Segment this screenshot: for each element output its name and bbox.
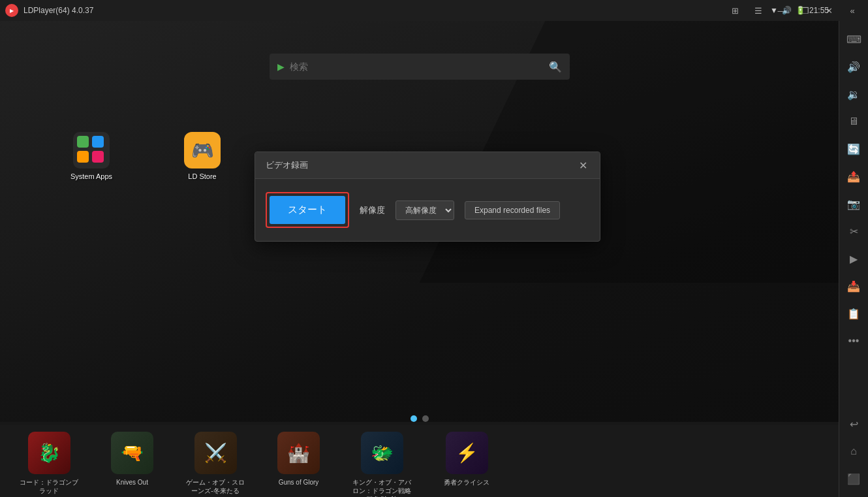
- titlebar: LDPlayer(64) 4.0.37 ⊞ ☰ — ❐ ✕ «: [0, 0, 868, 21]
- app-logo: [5, 4, 18, 17]
- clock: 21:55: [809, 6, 829, 15]
- dialog-overlay: ビデオ録画 ✕ スタート 解像度 高解像度 Expand recorded fi…: [0, 21, 839, 497]
- sidebar-screenshot-button[interactable]: 📷: [841, 191, 867, 217]
- sidebar-rotate-button[interactable]: 🔄: [841, 136, 867, 162]
- systray: ▼ 🔊 🔋 21:55: [765, 0, 834, 21]
- sidebar-more-button[interactable]: •••: [841, 328, 867, 354]
- sidebar-volume-up-button[interactable]: 🔊: [841, 54, 867, 80]
- sidebar-cut-button[interactable]: ✂: [841, 218, 867, 244]
- start-button[interactable]: スタート: [270, 196, 345, 224]
- sidebar-back-button[interactable]: ↩: [841, 411, 867, 437]
- sidebar-download-button[interactable]: 📥: [841, 273, 867, 299]
- sidebar-home-button[interactable]: ⌂: [841, 438, 867, 464]
- sound-icon: 🔊: [782, 6, 792, 15]
- battery-icon: 🔋: [796, 6, 805, 15]
- video-record-dialog: ビデオ録画 ✕ スタート 解像度 高解像度 Expand recorded fi…: [255, 152, 600, 242]
- dialog-close-button[interactable]: ✕: [576, 159, 589, 172]
- dialog-header: ビデオ録画 ✕: [255, 152, 600, 179]
- expand-recorded-files-button[interactable]: Expand recorded files: [465, 201, 560, 219]
- main-area: ▶ 🔍 System Apps 🎮 LD Store ビデオ録画 ✕ スタート: [0, 21, 839, 497]
- dialog-title: ビデオ録画: [266, 159, 308, 171]
- sidebar-clipboard-button[interactable]: 📋: [841, 300, 867, 327]
- gamepad-button[interactable]: ⊞: [724, 0, 745, 21]
- resolution-select[interactable]: 高解像度: [395, 200, 454, 220]
- sidebar-keyboard-button[interactable]: ⌨: [841, 26, 867, 52]
- sidebar-record-button[interactable]: ▶: [841, 246, 867, 272]
- wifi-icon: ▼: [770, 6, 778, 15]
- dialog-body: スタート 解像度 高解像度 Expand recorded files: [255, 179, 600, 241]
- sidebar-volume-down-button[interactable]: 🔉: [841, 81, 867, 107]
- sidebar-upload-button[interactable]: 📤: [841, 163, 867, 189]
- collapse-button[interactable]: «: [842, 0, 863, 21]
- app-title: LDPlayer(64) 4.0.37: [23, 6, 724, 15]
- start-button-wrapper: スタート: [266, 192, 349, 228]
- resolution-label: 解像度: [360, 204, 385, 216]
- sidebar-square-button[interactable]: ⬛: [841, 466, 867, 492]
- sidebar: ⌨ 🔊 🔉 🖥 🔄 📤 📷 ✂ ▶ 📥 📋 ••• ↩ ⌂ ⬛: [839, 21, 868, 497]
- sidebar-display-button[interactable]: 🖥: [841, 108, 867, 135]
